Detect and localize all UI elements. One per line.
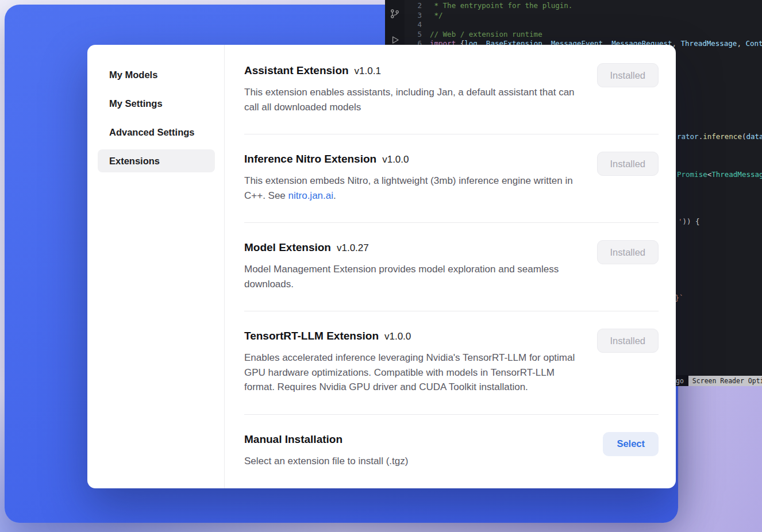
extension-description: This extension enables assistants, inclu…	[244, 85, 586, 114]
extension-info: Manual Installation Select an extension …	[244, 432, 408, 469]
sidebar-item-label: My Models	[109, 70, 157, 80]
installed-button: Installed	[597, 63, 659, 87]
sidebar-item-my-models[interactable]: My Models	[98, 63, 215, 86]
extension-row-inference-nitro: Inference Nitro Extensionv1.0.0 This ext…	[244, 134, 659, 223]
sidebar-item-label: My Settings	[109, 98, 163, 109]
extension-version: v1.0.27	[337, 242, 369, 253]
sidebar-item-my-settings[interactable]: My Settings	[98, 92, 215, 115]
code-fragment: ')) {	[678, 217, 700, 226]
extension-heading: Manual Installation	[244, 432, 408, 447]
extension-version: v1.0.0	[384, 331, 411, 342]
code-fragment: Promise<ThreadMessage>	[677, 170, 762, 179]
extension-info: TensortRT-LLM Extensionv1.0.0 Enables ac…	[244, 329, 586, 395]
line-number: 5	[405, 30, 422, 40]
installed-button: Installed	[597, 152, 659, 176]
code-token: ,	[737, 39, 745, 49]
nitro-jan-ai-link[interactable]: nitro.jan.ai	[288, 190, 333, 201]
description-text: .	[333, 190, 336, 201]
code-fragment: rator.inference(data));	[677, 132, 762, 141]
line-number: 2	[405, 1, 422, 11]
extension-row-assistant: Assistant Extensionv1.0.1 This extension…	[244, 46, 659, 134]
extension-name: Assistant Extension	[244, 64, 349, 76]
installed-button: Installed	[597, 240, 659, 264]
extension-description: Model Management Extension provides mode…	[244, 262, 586, 291]
extension-row-tensorrt-llm: TensortRT-LLM Extensionv1.0.0 Enables ac…	[244, 311, 659, 415]
extension-description: Select an extension file to install (.tg…	[244, 454, 408, 469]
code-line: 5 // Web / extension runtime	[405, 30, 762, 40]
code-token: ContentType	[745, 39, 762, 49]
code-line: 2 * The entrypoint for the plugin.	[405, 1, 762, 11]
screen-reader-badge: Screen Reader Optimized	[688, 376, 762, 386]
settings-modal: My Models My Settings Advanced Settings …	[87, 45, 676, 488]
settings-sidebar: My Models My Settings Advanced Settings …	[87, 45, 225, 488]
extension-heading: Model Extensionv1.0.27	[244, 240, 586, 255]
line-number: 3	[405, 11, 422, 21]
sidebar-item-advanced-settings[interactable]: Advanced Settings	[98, 121, 215, 144]
extension-name: Inference Nitro Extension	[244, 153, 376, 165]
extension-heading: Inference Nitro Extensionv1.0.0	[244, 152, 586, 167]
code-comment: * The entrypoint for the plugin.	[430, 1, 572, 11]
extension-version: v1.0.0	[382, 154, 409, 165]
extension-description: This extension embeds Nitro, a lightweig…	[244, 174, 586, 203]
code-comment: */	[430, 11, 443, 21]
installed-button: Installed	[597, 329, 659, 353]
code-line: 3 */	[405, 11, 762, 21]
select-file-button[interactable]: Select	[603, 432, 659, 456]
extension-info: Assistant Extensionv1.0.1 This extension…	[244, 63, 586, 114]
source-control-icon[interactable]	[389, 8, 401, 22]
sidebar-item-label: Extensions	[109, 156, 160, 167]
extension-version: v1.0.1	[355, 65, 381, 76]
status-bar-text: go	[676, 377, 684, 385]
extension-row-manual-installation: Manual Installation Select an extension …	[244, 415, 659, 488]
code-token: ThreadMessage	[681, 39, 737, 49]
code-comment: // Web / extension runtime	[430, 30, 542, 40]
sidebar-item-extensions[interactable]: Extensions	[98, 149, 215, 172]
extension-info: Model Extensionv1.0.27 Model Management …	[244, 240, 586, 291]
extension-description: Enables accelerated inference leveraging…	[244, 350, 586, 395]
line-number: 4	[405, 20, 422, 30]
sidebar-item-label: Advanced Settings	[109, 127, 195, 138]
code-area: 2 * The entrypoint for the plugin. 3 */ …	[405, 1, 762, 49]
desktop-background: 2 * The entrypoint for the plugin. 3 */ …	[0, 0, 762, 532]
extension-row-model: Model Extensionv1.0.27 Model Management …	[244, 223, 659, 311]
extension-name: Model Extension	[244, 241, 331, 253]
extension-heading: TensortRT-LLM Extensionv1.0.0	[244, 329, 586, 344]
extensions-list: Assistant Extensionv1.0.1 This extension…	[225, 45, 676, 488]
code-line: 4	[405, 20, 762, 30]
extension-heading: Assistant Extensionv1.0.1	[244, 63, 586, 78]
extension-name: Manual Installation	[244, 433, 342, 445]
extension-name: TensortRT-LLM Extension	[244, 330, 379, 342]
extension-info: Inference Nitro Extensionv1.0.0 This ext…	[244, 152, 586, 203]
